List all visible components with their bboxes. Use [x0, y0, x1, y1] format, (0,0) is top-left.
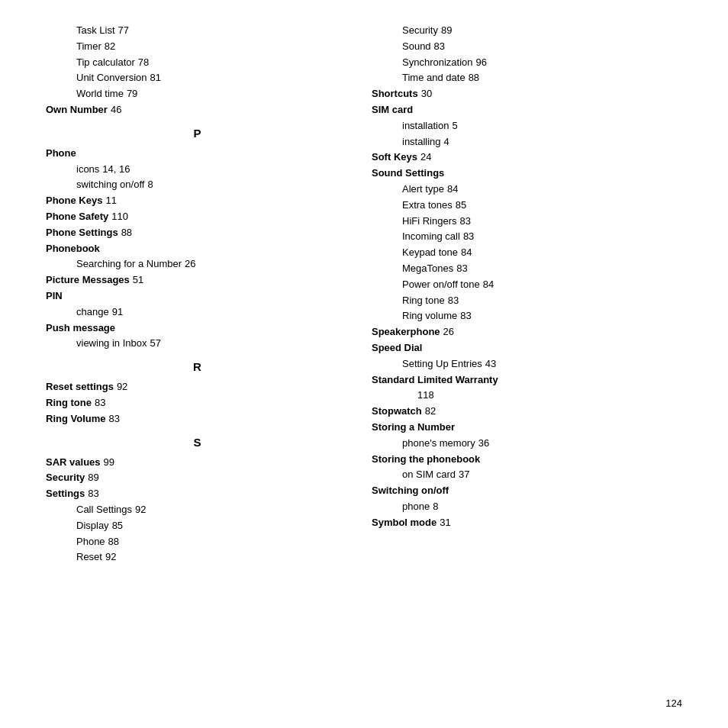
- entry-label: Storing the phonebook: [372, 453, 480, 465]
- index-entry: Storing the phonebook: [372, 452, 682, 468]
- index-entry: Call Settings92: [46, 502, 349, 518]
- index-entry: Searching for a Number26: [46, 256, 349, 272]
- entry-num: 91: [112, 306, 123, 317]
- entry-label: switching on/off: [76, 179, 144, 190]
- entry-label: Phone Safety: [46, 211, 108, 222]
- entry-label: phone: [402, 501, 430, 512]
- entry-num: 78: [138, 56, 149, 68]
- index-entry: Switching on/off: [372, 483, 682, 499]
- index-entry: Synchronization96: [372, 55, 682, 71]
- entry-num: 88: [108, 536, 119, 547]
- entry-num: 43: [485, 358, 496, 369]
- entry-label: Searching for a Number: [76, 258, 182, 269]
- entry-num: 79: [127, 88, 137, 99]
- entry-num: 83: [456, 263, 467, 274]
- index-entry: Setting Up Entries43: [372, 356, 682, 372]
- entry-label: Phone: [76, 536, 105, 547]
- entry-num: 51: [133, 274, 143, 285]
- entry-label: Incoming call: [402, 230, 460, 242]
- entry-label: Reset: [76, 551, 102, 562]
- index-entry: Ring volume83: [372, 308, 682, 324]
- index-entry: Picture Messages51: [46, 272, 349, 288]
- index-entry: phone's memory36: [372, 436, 682, 452]
- index-entry: Phone: [46, 146, 349, 162]
- index-entry: Standard Limited Warranty: [372, 372, 682, 388]
- entry-num: 37: [459, 469, 469, 480]
- entry-num: 92: [135, 504, 146, 515]
- entry-label: Sound: [402, 40, 431, 52]
- index-entry: SIM card: [372, 102, 682, 118]
- entry-num: 84: [461, 246, 472, 258]
- entry-num: 24: [420, 151, 431, 163]
- entry-label: change: [76, 306, 109, 317]
- index-entry: change91: [46, 304, 349, 321]
- index-entry: Sound Settings: [372, 166, 682, 182]
- entry-label: Timer: [76, 40, 101, 52]
- index-entry: Phonebook: [46, 241, 349, 257]
- entry-num: 8: [433, 501, 438, 512]
- index-entry: SAR values99: [46, 455, 349, 471]
- entry-num: 4: [444, 136, 449, 147]
- entry-num: 85: [456, 199, 466, 211]
- entry-label: Keypad tone: [402, 246, 458, 258]
- index-entry: icons14, 16: [46, 162, 349, 178]
- entry-label: phone's memory: [402, 437, 475, 449]
- index-entry: switching on/off8: [46, 177, 349, 193]
- entry-num: 99: [104, 456, 114, 468]
- entry-num: 83: [463, 230, 474, 242]
- entry-num: 46: [111, 104, 121, 115]
- entry-num: 31: [440, 517, 450, 528]
- entry-label: 118: [417, 389, 434, 401]
- entry-num: 83: [95, 397, 105, 408]
- entry-label: installation: [402, 120, 449, 131]
- entry-num: 84: [447, 183, 458, 195]
- entry-num: 110: [111, 211, 128, 222]
- entry-label: Picture Messages: [46, 274, 130, 285]
- entry-label: Soft Keys: [372, 151, 417, 163]
- entry-label: SIM card: [372, 104, 413, 115]
- index-entry: Display85: [46, 518, 349, 534]
- entry-num: 82: [425, 405, 436, 417]
- index-entry: Keypad tone84: [372, 245, 682, 261]
- entry-label: Symbol mode: [372, 517, 436, 528]
- entry-num: 89: [441, 24, 452, 36]
- entry-label: Push message: [46, 322, 115, 333]
- entry-label: Call Settings: [76, 504, 132, 515]
- index-entry: Tip calculator78: [46, 55, 349, 71]
- entry-label: Standard Limited Warranty: [372, 374, 498, 385]
- index-entry: Sound83: [372, 39, 682, 55]
- index-entry: Phone Settings88: [46, 225, 349, 241]
- entry-label: Phone Keys: [46, 195, 102, 206]
- section-header: P: [46, 124, 349, 143]
- index-entry: Push message: [46, 321, 349, 337]
- index-entry: Power on/off tone84: [372, 277, 682, 293]
- entry-num: 81: [150, 72, 161, 83]
- index-entry: Security89: [372, 23, 682, 39]
- entry-label: on SIM card: [402, 469, 456, 480]
- entry-num: 83: [460, 215, 471, 227]
- entry-num: 83: [88, 488, 98, 499]
- entry-label: Settings: [46, 488, 85, 499]
- entry-label: Security: [46, 472, 85, 483]
- entry-label: Ring Volume: [46, 413, 105, 424]
- index-entry: 118: [372, 388, 682, 404]
- entry-num: 83: [108, 413, 119, 424]
- index-entry: Alert type84: [372, 182, 682, 198]
- index-entry: Own Number46: [46, 102, 349, 118]
- entry-label: Sound Settings: [372, 167, 444, 179]
- index-entry: Soft Keys24: [372, 150, 682, 166]
- index-entry: on SIM card37: [372, 467, 682, 483]
- entry-label: MegaTones: [402, 263, 453, 274]
- entry-label: Tip calculator: [76, 56, 135, 68]
- left-column: Task List77Timer82Tip calculator78Unit C…: [46, 23, 364, 705]
- index-entry: HiFi Ringers83: [372, 214, 682, 230]
- entry-label: Setting Up Entries: [402, 358, 482, 369]
- index-entry: Extra tones85: [372, 198, 682, 214]
- index-entry: World time79: [46, 86, 349, 102]
- entry-label: SAR values: [46, 456, 101, 468]
- section-header: R: [46, 358, 349, 376]
- index-entry: Reset92: [46, 549, 349, 565]
- entry-label: Reset settings: [46, 381, 114, 392]
- entry-label: Display: [76, 520, 109, 531]
- entry-label: Speed Dial: [372, 342, 422, 353]
